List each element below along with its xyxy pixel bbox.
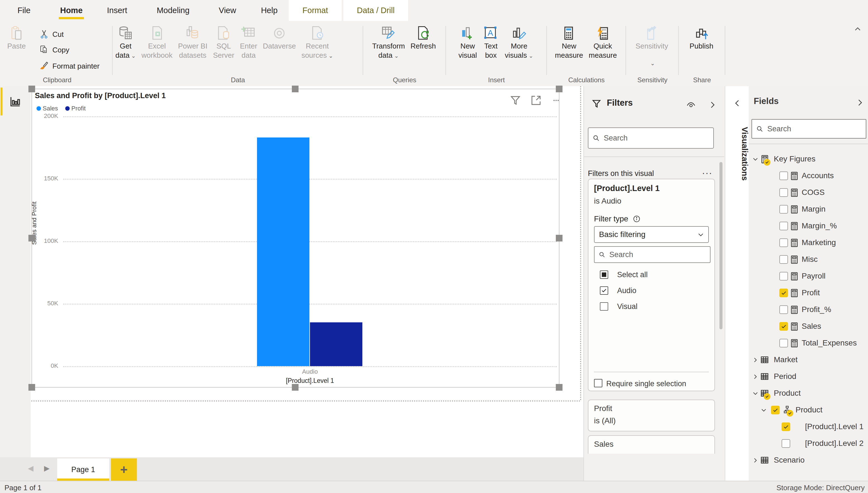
filter-card-profit[interactable]: Profit is (All)	[588, 400, 715, 431]
focus-mode-icon[interactable]	[530, 94, 542, 107]
tab-help[interactable]: Help	[252, 0, 286, 21]
get-data-button[interactable]: Get data⌄	[113, 23, 138, 61]
new-visual-button[interactable]: New visual	[456, 23, 480, 60]
field-checkbox-product-level-1[interactable]	[782, 423, 790, 431]
tab-insert[interactable]: Insert	[99, 0, 135, 21]
fields-search[interactable]	[752, 119, 866, 138]
field-checkbox-margin[interactable]	[779, 205, 788, 214]
tab-data-drill[interactable]: Data / Drill	[343, 0, 408, 21]
resize-handle-se[interactable]	[556, 384, 562, 391]
field-checkbox-payroll[interactable]	[779, 272, 788, 280]
more-options-icon[interactable]	[550, 98, 562, 104]
field-item-product-level-2[interactable]: [Product].Level 2	[749, 435, 868, 452]
resize-handle-sw[interactable]	[28, 384, 35, 391]
report-view-icon[interactable]	[9, 95, 21, 108]
checkbox-visual[interactable]	[600, 302, 608, 310]
field-item-margin[interactable]: Margin	[749, 201, 868, 218]
resize-handle-s[interactable]	[292, 384, 298, 391]
checkbox-select-all[interactable]	[600, 271, 608, 279]
expand-visualizations-icon[interactable]	[733, 99, 742, 109]
field-checkbox-sales[interactable]	[779, 322, 788, 331]
chevron-down-icon[interactable]	[760, 406, 767, 415]
field-item-sales[interactable]: Sales	[749, 318, 868, 335]
bar-chart-visual[interactable]: Sales and Profit by [Product].Level 1 Sa…	[31, 89, 559, 388]
chevron-right-icon[interactable]	[752, 356, 759, 365]
field-checkbox-product[interactable]	[771, 406, 780, 414]
field-item-market[interactable]: Market	[749, 351, 868, 368]
field-item-period[interactable]: Period	[749, 368, 868, 385]
resize-handle-nw[interactable]	[28, 86, 35, 92]
field-item-key-figures[interactable]: Key Figures	[749, 151, 868, 168]
transform-data-button[interactable]: Transform data⌄	[369, 23, 408, 61]
filters-search[interactable]	[588, 127, 714, 149]
field-item-total-expenses[interactable]: Total_Expenses	[749, 335, 868, 351]
field-item-marketing[interactable]: Marketing	[749, 235, 868, 251]
refresh-button[interactable]: Refresh	[408, 23, 439, 60]
collapse-filters-icon[interactable]	[708, 100, 717, 111]
resize-handle-n[interactable]	[292, 86, 298, 92]
field-checkbox-accounts[interactable]	[779, 171, 788, 180]
field-item-margin[interactable]: Margin_%	[749, 218, 868, 235]
filter-type-dropdown[interactable]: Basic filtering	[594, 226, 709, 243]
publish-button[interactable]: Publish	[687, 23, 716, 60]
new-measure-button[interactable]: New measure	[552, 23, 586, 60]
quick-measure-button[interactable]: Quick measure	[586, 23, 620, 60]
tab-home[interactable]: Home	[52, 0, 91, 21]
fields-search-input[interactable]	[767, 124, 862, 133]
format-painter-button[interactable]: Format painter	[39, 59, 99, 73]
field-checkbox-product-level-2[interactable]	[782, 439, 790, 448]
resize-handle-ne[interactable]	[556, 86, 562, 92]
field-item-scenario[interactable]: Scenario	[749, 452, 868, 469]
more-visuals-button[interactable]: More visuals⌄	[502, 23, 536, 61]
cut-button[interactable]: Cut	[39, 27, 64, 42]
section-more-options-icon[interactable]: ...	[702, 165, 712, 176]
legend-item-profit[interactable]: Profit	[65, 105, 86, 112]
eye-icon[interactable]	[686, 100, 696, 111]
page-tab[interactable]: Page 1	[57, 458, 109, 481]
filters-search-input[interactable]	[603, 133, 709, 143]
field-item-profit[interactable]: Profit_%	[749, 301, 868, 318]
field-item-profit[interactable]: Profit	[749, 285, 868, 301]
chevron-right-icon[interactable]	[752, 373, 759, 382]
field-checkbox-cogs[interactable]	[779, 188, 788, 197]
field-checkbox-margin[interactable]	[779, 222, 788, 230]
field-item-accounts[interactable]: Accounts	[749, 168, 868, 184]
tab-view[interactable]: View	[211, 0, 244, 21]
prev-page-arrow-icon[interactable]: ◀	[28, 464, 34, 473]
field-checkbox-profit[interactable]	[779, 305, 788, 314]
field-item-payroll[interactable]: Payroll	[749, 268, 868, 285]
filter-option-visual[interactable]: Visual	[600, 301, 608, 312]
filter-card-sales[interactable]: Sales	[588, 435, 715, 454]
filter-values-search-input[interactable]	[609, 250, 706, 259]
next-page-arrow-icon[interactable]: ▶	[44, 464, 50, 473]
tab-modeling[interactable]: Modeling	[147, 0, 200, 21]
text-box-button[interactable]: A Text box	[480, 23, 502, 60]
filter-option-select-all[interactable]: Select all	[600, 270, 608, 280]
filters-scrollbar[interactable]	[719, 162, 722, 329]
collapse-fields-icon[interactable]	[855, 98, 865, 108]
resize-handle-e[interactable]	[556, 235, 562, 241]
visual-filter-icon[interactable]	[509, 94, 521, 107]
tab-format[interactable]: Format	[289, 0, 342, 21]
field-checkbox-profit[interactable]	[779, 288, 788, 297]
field-item-cogs[interactable]: COGS	[749, 184, 868, 201]
chevron-right-icon[interactable]	[752, 456, 759, 465]
field-checkbox-misc[interactable]	[779, 255, 788, 264]
add-page-button[interactable]: +	[111, 458, 137, 481]
legend-item-sales[interactable]: Sales	[37, 105, 58, 112]
field-item-product[interactable]: Product	[749, 402, 868, 419]
require-single-selection-checkbox[interactable]	[594, 379, 602, 387]
field-item-product-level-1[interactable]: [Product].Level 1	[749, 419, 868, 435]
tab-file[interactable]: File	[10, 0, 38, 21]
field-checkbox-marketing[interactable]	[779, 238, 788, 247]
chevron-down-icon[interactable]	[752, 389, 759, 399]
filter-option-audio[interactable]: Audio	[600, 285, 608, 296]
field-item-product[interactable]: Product	[749, 385, 868, 402]
chevron-down-icon[interactable]	[752, 155, 759, 164]
checkbox-audio[interactable]	[600, 286, 608, 295]
field-item-misc[interactable]: Misc	[749, 251, 868, 268]
bar-profit-audio[interactable]	[310, 322, 362, 366]
copy-button[interactable]: Copy	[39, 43, 69, 57]
bar-sales-audio[interactable]	[257, 137, 309, 366]
filter-values-search[interactable]	[594, 246, 711, 263]
